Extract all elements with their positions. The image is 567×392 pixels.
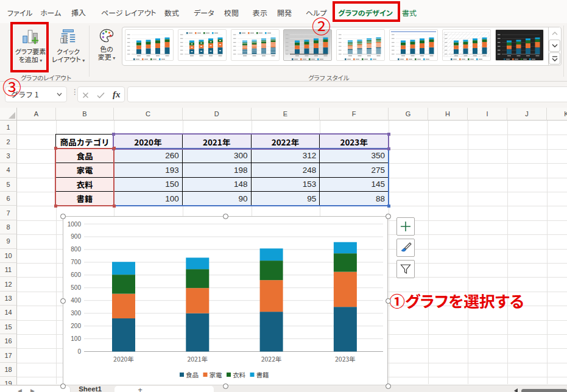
gallery-more-button[interactable] [549, 52, 560, 65]
ribbon-tab-file[interactable]: ファイル [7, 7, 33, 19]
column-header-E[interactable]: E [252, 108, 320, 121]
column-header-K[interactable]: K [547, 108, 567, 121]
chart-filters-button[interactable] [396, 260, 415, 278]
row-header-8[interactable]: 8 [0, 220, 17, 234]
cell-value-r1c4[interactable]: 350 [320, 149, 389, 163]
cell-year-header-2021[interactable]: 2021年 [183, 135, 252, 149]
cell-row-label-4[interactable]: 書籍 [56, 192, 114, 206]
horizontal-scrollbar-thumb[interactable] [521, 389, 567, 392]
ribbon-tab-insert[interactable]: 挿入 [71, 7, 86, 19]
row-header-1[interactable]: 1 [0, 121, 17, 135]
ribbon-tab-chart-design[interactable]: グラフのデザイン [338, 7, 393, 19]
chart-style-thumbnail-5[interactable] [336, 29, 385, 61]
row-header-12[interactable]: 12 [0, 277, 17, 291]
cell-row-label-3[interactable]: 衣料 [56, 178, 114, 192]
name-box-chevron-icon[interactable] [57, 87, 62, 106]
cell-value-r4c3[interactable]: 95 [252, 192, 320, 206]
chart-selection-handle[interactable] [60, 298, 66, 304]
chart-selection-handle[interactable] [386, 298, 391, 304]
chart-style-thumbnail-6[interactable] [389, 29, 438, 61]
chart-selection-handle[interactable] [60, 383, 66, 389]
row-header-15[interactable]: 15 [0, 320, 17, 334]
row-header-14[interactable]: 14 [0, 306, 17, 320]
select-all-corner[interactable] [0, 108, 17, 121]
column-header-G[interactable]: G [389, 108, 428, 121]
cell-value-r2c2[interactable]: 198 [183, 163, 252, 177]
sheet-nav-right-icon[interactable]: ▶ [30, 387, 35, 392]
cell-value-r4c2[interactable]: 90 [183, 192, 252, 206]
cell-row-label-2[interactable]: 家電 [56, 163, 114, 177]
cell-row-label-1[interactable]: 食品 [56, 149, 114, 163]
enter-formula-icon[interactable] [97, 87, 105, 102]
hscroll-left-arrow-icon[interactable] [514, 388, 518, 392]
row-header-17[interactable]: 17 [0, 348, 17, 362]
column-header-B[interactable]: B [56, 108, 114, 121]
row-header-16[interactable]: 16 [0, 334, 17, 348]
gallery-scroll-down-button[interactable] [549, 40, 560, 52]
chart-style-thumbnail-2[interactable] [178, 29, 227, 61]
sheet-tab-active[interactable]: Sheet1 [72, 385, 108, 392]
cell-value-r1c1[interactable]: 260 [114, 149, 183, 163]
ribbon-tab-view[interactable]: 表示 [253, 7, 267, 19]
row-header-13[interactable]: 13 [0, 292, 17, 306]
change-colors-button[interactable]: 色の変更 ▾ [93, 24, 121, 61]
row-header-7[interactable]: 7 [0, 206, 17, 220]
row-header-18[interactable]: 18 [0, 363, 17, 377]
column-header-I[interactable]: I [468, 108, 507, 121]
column-header-H[interactable]: H [428, 108, 468, 121]
row-header-10[interactable]: 10 [0, 249, 17, 263]
row-header-6[interactable]: 6 [0, 192, 17, 206]
quick-layout-button[interactable]: クイックレイアウト ▾ [50, 24, 86, 64]
cancel-formula-icon[interactable] [82, 87, 89, 102]
column-header-C[interactable]: C [114, 108, 183, 121]
cell-value-r4c4[interactable]: 88 [320, 192, 389, 206]
row-header-19[interactable]: 19 [0, 377, 17, 385]
add-chart-element-button[interactable]: グラフ要素を追加 ▾ [12, 24, 49, 64]
chart-selection-handle[interactable] [386, 214, 391, 219]
cell-value-r1c2[interactable]: 300 [183, 149, 252, 163]
cell-year-header-2023[interactable]: 2023年 [320, 135, 389, 149]
cell-value-r3c4[interactable]: 145 [320, 178, 389, 192]
chart-style-thumbnail-1[interactable] [125, 29, 174, 61]
column-header-F[interactable]: F [320, 108, 389, 121]
chart-style-thumbnail-3[interactable] [231, 29, 280, 61]
cell-value-r1c3[interactable]: 312 [252, 149, 320, 163]
chart-elements-button[interactable] [396, 217, 415, 236]
column-header-J[interactable]: J [507, 108, 547, 121]
cell-value-r4c1[interactable]: 100 [114, 192, 183, 206]
ribbon-tab-format[interactable]: 書式 [402, 7, 417, 19]
cell-value-r3c3[interactable]: 153 [252, 178, 320, 192]
cell-value-r2c4[interactable]: 275 [320, 163, 389, 177]
chart-selection-handle[interactable] [223, 383, 228, 389]
row-header-2[interactable]: 2 [0, 135, 17, 149]
chart-styles-button[interactable] [396, 239, 415, 257]
chart-selection-handle[interactable] [223, 214, 228, 219]
ribbon-tab-page-layout[interactable]: ページ レイアウト [101, 7, 157, 19]
embedded-chart[interactable]: 010020030040050060070080090010002020年202… [63, 216, 388, 386]
ribbon-tab-developer[interactable]: 開発 [277, 7, 292, 19]
chart-style-thumbnail-7[interactable] [442, 29, 491, 61]
cell-category-header[interactable]: 商品カテゴリ [56, 135, 114, 149]
cell-value-r3c2[interactable]: 148 [183, 178, 252, 192]
ribbon-tab-formulas[interactable]: 数式 [164, 7, 179, 19]
cell-value-r3c1[interactable]: 150 [114, 178, 183, 192]
gallery-scroll-up-button[interactable] [549, 27, 560, 40]
insert-function-icon[interactable]: fx [113, 89, 121, 100]
add-sheet-button[interactable]: + [136, 386, 144, 392]
row-header-5[interactable]: 5 [0, 178, 17, 192]
row-header-3[interactable]: 3 [0, 149, 17, 163]
ribbon-tab-home[interactable]: ホーム [40, 7, 61, 19]
cell-year-header-2020[interactable]: 2020年 [114, 135, 183, 149]
chart-selection-handle[interactable] [60, 214, 66, 219]
formula-input[interactable] [127, 86, 567, 102]
sheet-nav-left-icon[interactable]: ◀ [18, 387, 22, 392]
column-header-D[interactable]: D [183, 108, 252, 121]
chart-style-thumbnail-8[interactable] [495, 29, 544, 61]
cell-value-r2c3[interactable]: 248 [252, 163, 320, 177]
ribbon-tab-review[interactable]: 校閲 [224, 7, 239, 19]
row-header-9[interactable]: 9 [0, 234, 17, 248]
column-header-A[interactable]: A [17, 108, 56, 121]
row-header-4[interactable]: 4 [0, 163, 17, 177]
row-header-11[interactable]: 11 [0, 263, 17, 277]
cell-value-r2c1[interactable]: 193 [114, 163, 183, 177]
